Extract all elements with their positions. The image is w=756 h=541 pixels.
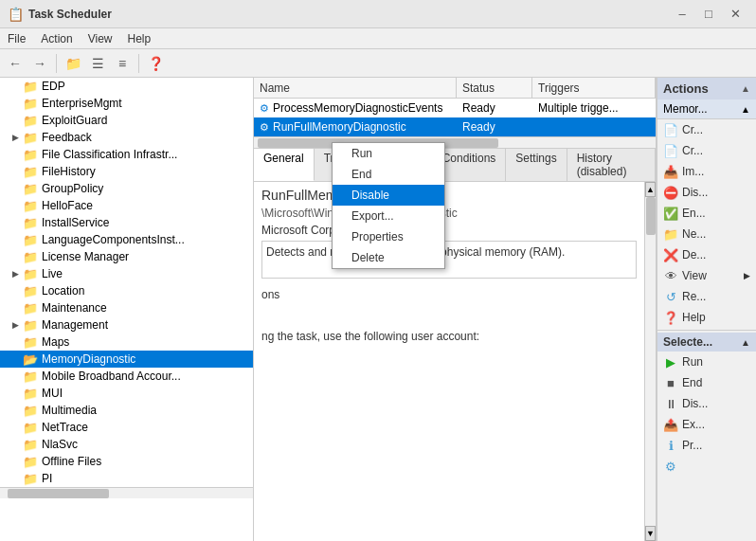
tree-item-nettrace[interactable]: 📁 NetTrace <box>0 419 253 436</box>
action-delete[interactable]: ❌ De... <box>657 244 756 265</box>
menu-bar: File Action View Help <box>0 28 756 49</box>
tree-hscroll[interactable] <box>0 487 253 498</box>
tree-item-management[interactable]: ▶ 📁 Management <box>0 316 253 334</box>
show-hide-button[interactable]: ☰ <box>86 52 109 75</box>
detail-vscroll[interactable]: ▲ ▼ <box>644 182 656 541</box>
task-row-runfullmemory[interactable]: ⚙ RunFullMemoryDiagnostic Ready <box>254 117 656 136</box>
folder-button[interactable]: 📁 <box>62 52 84 75</box>
action-properties[interactable]: ℹ Pr... <box>657 435 756 456</box>
folder-icon: 📁 <box>23 164 38 179</box>
selected-header: Selecte... ▲ <box>657 333 756 352</box>
expand-arrow <box>8 454 23 469</box>
tree-item-location[interactable]: 📁 Location <box>0 282 253 299</box>
action-enable[interactable]: ✅ En... <box>657 203 756 224</box>
action-create2[interactable]: 📄 Cr... <box>657 140 756 161</box>
tree-item-feedback[interactable]: ▶ 📁 Feedback <box>0 129 253 146</box>
tree-item-memorydiagnostic[interactable]: 📂 MemoryDiagnostic <box>0 351 253 368</box>
tree-item-multimedia[interactable]: 📁 Multimedia <box>0 402 253 419</box>
action-new[interactable]: 📁 Ne... <box>657 224 756 244</box>
tree-label: Offline Files <box>42 455 101 468</box>
action-label: De... <box>682 248 706 261</box>
action-run[interactable]: ▶ Run <box>657 352 756 372</box>
menu-help[interactable]: Help <box>120 30 159 47</box>
tree-item-maps[interactable]: 📁 Maps <box>0 334 253 351</box>
tree-item-installservice[interactable]: 📁 InstallService <box>0 214 253 231</box>
tree-item-languagecomponents[interactable]: 📁 LanguageComponentsInst... <box>0 231 253 248</box>
task-list-hscroll[interactable] <box>254 136 656 148</box>
action-label: Cr... <box>682 123 703 136</box>
context-delete[interactable]: Delete <box>333 247 444 268</box>
folder-icon: 📁 <box>23 96 38 111</box>
task-triggers-cell: Multiple trigge... <box>532 101 656 115</box>
action-label: Run <box>682 355 703 369</box>
tab-history[interactable]: History (disabled) <box>567 149 656 181</box>
left-panel[interactable]: 📁 EDP 📁 EnterpriseMgmt 📁 ExploitGuard ▶ … <box>0 78 254 541</box>
app-icon: 📋 <box>8 7 23 22</box>
maximize-button[interactable]: □ <box>695 0 722 28</box>
tree-item-nlasvc[interactable]: 📁 NlaSvc <box>0 436 253 453</box>
context-export[interactable]: Export... <box>333 206 444 226</box>
minimize-button[interactable]: – <box>669 0 695 28</box>
tree-label: LanguageComponentsInst... <box>42 233 185 246</box>
tree-item-enterprisemgmt[interactable]: 📁 EnterpriseMgmt <box>0 95 253 112</box>
context-end[interactable]: End <box>333 164 444 185</box>
tree-label: FileHistory <box>42 165 96 178</box>
tree-item-maintenance[interactable]: 📁 Maintenance <box>0 299 253 316</box>
tree-item-live[interactable]: ▶ 📁 Live <box>0 265 253 282</box>
action-refresh[interactable]: ↺ Re... <box>657 286 756 307</box>
action-disable[interactable]: ⛔ Dis... <box>657 182 756 203</box>
menu-file[interactable]: File <box>0 30 33 47</box>
tree-item-pi[interactable]: 📁 PI <box>0 470 253 487</box>
action-dis[interactable]: ⏸ Dis... <box>657 393 756 414</box>
context-run[interactable]: Run <box>333 143 444 164</box>
action-create1[interactable]: 📄 Cr... <box>657 119 756 140</box>
center-panel: Name Status Triggers ⚙ ProcessMemoryDiag… <box>254 78 657 541</box>
delete-icon: ❌ <box>663 247 678 262</box>
action-export[interactable]: 📤 Ex... <box>657 414 756 435</box>
action-end[interactable]: ■ End <box>657 372 756 393</box>
action-view[interactable]: 👁 View ▶ <box>657 265 756 286</box>
tree-item-mobilebroadband[interactable]: 📁 Mobile Broadband Accour... <box>0 368 253 385</box>
show-hide-action-button[interactable]: ≡ <box>111 52 134 75</box>
task-name-cell-selected: ⚙ RunFullMemoryDiagnostic <box>254 120 457 134</box>
task-list-header: Name Status Triggers <box>254 78 656 99</box>
action-import[interactable]: 📥 Im... <box>657 161 756 182</box>
expand-arrow <box>8 437 23 452</box>
task-row-processmemory[interactable]: ⚙ ProcessMemoryDiagnosticEvents Ready Mu… <box>254 99 656 117</box>
memory-label: Memor... <box>663 102 708 116</box>
menu-action[interactable]: Action <box>33 30 80 47</box>
expand-arrow <box>8 369 23 384</box>
expand-arrow <box>8 181 23 196</box>
tree-item-mui[interactable]: 📁 MUI <box>0 385 253 402</box>
tree-item-helloface[interactable]: 📁 HelloFace <box>0 197 253 214</box>
task-name: ProcessMemoryDiagnosticEvents <box>273 101 442 115</box>
selected-expand-icon[interactable]: ▲ <box>741 337 750 348</box>
memory-expand-icon[interactable]: ▲ <box>741 104 750 115</box>
action-help[interactable]: ❓ Help <box>657 307 756 328</box>
tree-item-offlinefiles[interactable]: 📁 Offline Files <box>0 453 253 470</box>
expand-arrow <box>8 283 23 298</box>
folder-icon: 📁 <box>23 147 38 162</box>
toolbar-separator-2 <box>138 54 139 73</box>
folder-icon: 📁 <box>23 130 38 145</box>
help-button[interactable]: ❓ <box>144 52 167 75</box>
close-button[interactable]: ✕ <box>722 0 748 28</box>
context-disable[interactable]: Disable <box>333 185 444 206</box>
vscroll-up[interactable]: ▲ <box>645 182 656 197</box>
menu-view[interactable]: View <box>81 30 120 47</box>
tree-item-grouppolicy[interactable]: 📁 GroupPolicy <box>0 180 253 197</box>
context-properties[interactable]: Properties <box>333 226 444 247</box>
folder-icon: 📁 <box>23 454 38 469</box>
tree-item-exploitguard[interactable]: 📁 ExploitGuard <box>0 112 253 129</box>
actions-expand-icon[interactable]: ▲ <box>741 83 750 94</box>
tree-item-filehistory[interactable]: 📁 FileHistory <box>0 163 253 180</box>
tab-settings[interactable]: Settings <box>506 149 567 181</box>
forward-button[interactable]: → <box>28 52 51 75</box>
vscroll-down[interactable]: ▼ <box>645 526 656 541</box>
tab-general[interactable]: General <box>254 149 315 181</box>
tree-item-licensemanager[interactable]: 📁 License Manager <box>0 248 253 265</box>
action-bottom[interactable]: ⚙ <box>657 456 756 477</box>
back-button[interactable]: ← <box>4 52 27 75</box>
tree-item-fileclassification[interactable]: 📁 File Classification Infrastr... <box>0 146 253 163</box>
tree-item-edp[interactable]: 📁 EDP <box>0 78 253 95</box>
